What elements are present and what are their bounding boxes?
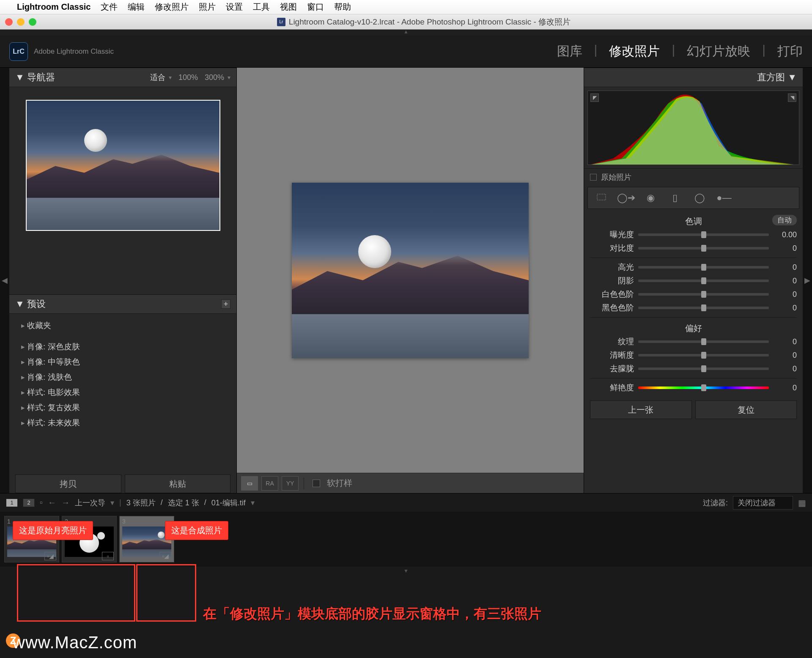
preset-portrait-med[interactable]: 肖像: 中等肤色	[16, 354, 230, 370]
nav-source[interactable]: 上一次导	[75, 498, 105, 508]
auto-button[interactable]: 自动	[772, 215, 797, 225]
compare-yy-button[interactable]: YY	[282, 476, 299, 491]
zoom-button[interactable]	[29, 18, 36, 26]
clarity-slider[interactable]	[638, 354, 769, 356]
loupe-view-button[interactable]: ▭	[241, 476, 258, 491]
main-photo[interactable]	[292, 183, 529, 358]
menu-edit[interactable]: 编辑	[128, 1, 145, 13]
left-edge-expand[interactable]: ◀	[0, 68, 9, 493]
menu-file[interactable]: 文件	[101, 1, 118, 13]
exposure-value[interactable]: 0.00	[773, 230, 797, 239]
grid-2[interactable]: 2	[23, 499, 35, 507]
grid-1[interactable]: 1	[6, 499, 18, 507]
texture-label: 纹理	[590, 336, 634, 347]
compare-ra-button[interactable]: RA	[261, 476, 278, 491]
preset-style-film[interactable]: 样式: 电影效果	[16, 385, 230, 400]
preset-style-future[interactable]: 样式: 未来效果	[16, 415, 230, 430]
screen2-icon[interactable]: ▫	[40, 498, 43, 507]
radial-tool-icon[interactable]: ◯	[691, 191, 708, 205]
highlights-slider[interactable]	[638, 266, 769, 269]
thumb-badge-icon: ▫◢	[159, 552, 171, 560]
shadows-value[interactable]: 0	[773, 277, 797, 285]
nav-back[interactable]: ←	[48, 498, 56, 507]
presets-header[interactable]: ▼ 预设 +	[9, 294, 236, 314]
filmstrip: 1 ▫◢ 2 ▫ 3 ▫◢	[0, 512, 812, 567]
preset-portrait-light[interactable]: 肖像: 浅肤色	[16, 370, 230, 385]
filter-lock-icon[interactable]: ▦	[798, 498, 806, 508]
original-photo-row[interactable]: 原始照片	[584, 168, 803, 185]
blacks-slider[interactable]	[638, 307, 769, 309]
softproof-checkbox[interactable]	[313, 480, 320, 487]
vibrance-value[interactable]: 0	[773, 384, 797, 392]
close-button[interactable]	[5, 18, 13, 26]
menu-view[interactable]: 视图	[280, 1, 297, 13]
preset-portrait-dark[interactable]: 肖像: 深色皮肤	[16, 339, 230, 354]
menu-window[interactable]: 窗口	[307, 1, 324, 13]
preset-favorites[interactable]: 收藏夹	[16, 318, 230, 333]
contrast-slider[interactable]	[638, 247, 769, 249]
app-name[interactable]: Lightroom Classic	[17, 2, 91, 12]
dehaze-slider[interactable]	[638, 367, 769, 370]
nav-fwd[interactable]: →	[61, 498, 70, 507]
current-filename: 01-编辑.tif	[211, 498, 246, 508]
top-grip[interactable]	[0, 30, 812, 36]
menu-settings[interactable]: 设置	[226, 1, 243, 13]
heal-tool-icon[interactable]: ◯➔	[617, 191, 634, 205]
module-library[interactable]: 图库	[557, 43, 582, 60]
contrast-value[interactable]: 0	[773, 244, 797, 253]
shadows-slider[interactable]	[638, 280, 769, 282]
brush-tool-icon[interactable]: ●—	[716, 191, 732, 205]
texture-slider[interactable]	[638, 340, 769, 343]
redeye-tool-icon[interactable]: ◉	[642, 191, 659, 205]
preset-style-vintage[interactable]: 样式: 复古效果	[16, 400, 230, 415]
vibrance-slider[interactable]	[638, 387, 769, 389]
menu-develop[interactable]: 修改照片	[155, 1, 189, 13]
filter-label: 过滤器:	[703, 498, 728, 508]
right-edge-expand[interactable]: ▶	[803, 68, 812, 493]
zoom-100[interactable]: 100%	[178, 73, 198, 82]
crop-tool-icon[interactable]	[593, 191, 610, 205]
previous-button[interactable]: 上一张	[590, 400, 692, 419]
filter-dropdown[interactable]: 关闭过滤器	[733, 496, 793, 510]
window-title: Lightroom Catalog-v10-2.lrcat - Adobe Ph…	[289, 16, 571, 27]
softproof-label: 软打样	[327, 477, 352, 489]
navigator-preview[interactable]	[26, 100, 220, 231]
window-titlebar: Lr Lightroom Catalog-v10-2.lrcat - Adobe…	[0, 14, 812, 30]
whites-slider[interactable]	[638, 293, 769, 296]
annotation-balloon-1: 这是原始月亮照片	[13, 521, 93, 540]
minimize-button[interactable]	[17, 18, 25, 26]
reset-button[interactable]: 复位	[695, 400, 797, 419]
zoom-fit[interactable]: 适合	[150, 72, 165, 82]
menu-help[interactable]: 帮助	[334, 1, 351, 13]
module-print[interactable]: 打印	[777, 43, 803, 60]
module-develop[interactable]: 修改照片	[609, 43, 660, 60]
histogram[interactable]: ◤ ◥	[587, 90, 799, 165]
mask-tool-icon[interactable]: ▯	[667, 191, 683, 205]
zoom-300[interactable]: 300%	[205, 73, 224, 82]
navigator-header[interactable]: ▼ 导航器 适合▾ 100% 300%▾	[9, 68, 236, 87]
blacks-value[interactable]: 0	[773, 304, 797, 313]
menu-photo[interactable]: 照片	[199, 1, 216, 13]
presence-header: 偏好	[685, 324, 702, 333]
menu-tools[interactable]: 工具	[253, 1, 270, 13]
histogram-title: 直方图	[757, 71, 785, 84]
thumb-badge-icon: ▫◢	[44, 552, 56, 560]
vibrance-label: 鲜艳度	[590, 382, 634, 393]
whites-value[interactable]: 0	[773, 290, 797, 299]
module-slideshow[interactable]: 幻灯片放映	[687, 43, 750, 60]
lrc-badge-icon: LrC	[9, 42, 28, 61]
photo-count: 3 张照片	[126, 498, 156, 508]
exposure-slider[interactable]	[638, 233, 769, 236]
dehaze-value[interactable]: 0	[773, 365, 797, 373]
blacks-label: 黑色色阶	[590, 302, 634, 313]
texture-value[interactable]: 0	[773, 337, 797, 346]
original-checkbox[interactable]	[590, 174, 597, 181]
clarity-value[interactable]: 0	[773, 351, 797, 360]
paste-button[interactable]: 粘贴	[125, 474, 231, 493]
app-icon: Lr	[277, 18, 285, 26]
copy-button[interactable]: 拷贝	[15, 474, 121, 493]
highlights-value[interactable]: 0	[773, 263, 797, 272]
highlights-label: 高光	[590, 262, 634, 273]
add-preset-button[interactable]: +	[221, 299, 230, 309]
histogram-header[interactable]: 直方图 ▼	[584, 68, 803, 87]
